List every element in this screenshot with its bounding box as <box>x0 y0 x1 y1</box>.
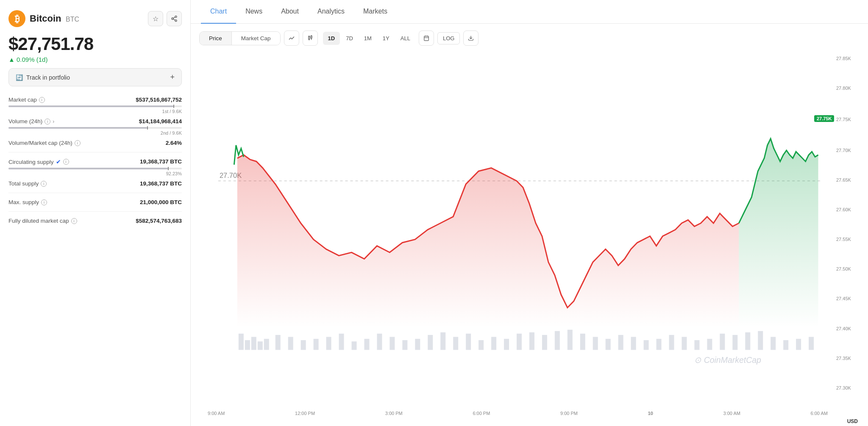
volume-mktcap-label: Volume/Market cap (24h) i <box>8 140 81 146</box>
x-label-4: 9:00 PM <box>560 411 578 416</box>
svg-rect-51 <box>606 339 611 350</box>
volume-mktcap-row: Volume/Market cap (24h) i 2.64% <box>8 140 182 146</box>
period-7d[interactable]: 7D <box>341 32 358 45</box>
volume-row: Volume (24h) i › $14,184,968,414 <box>8 118 182 124</box>
svg-rect-61 <box>732 335 737 350</box>
x-label-0: 9:00 AM <box>208 411 225 416</box>
svg-rect-58 <box>694 340 699 350</box>
svg-rect-49 <box>580 334 585 350</box>
circ-supply-info-icon[interactable]: i <box>63 159 69 165</box>
price-mktcap-toggle: Price Market Cap <box>199 31 281 45</box>
price-value: $27,751.78 <box>8 34 182 54</box>
svg-rect-57 <box>682 337 687 350</box>
svg-rect-33 <box>377 334 382 350</box>
market-cap-value: $537,516,867,752 <box>136 97 182 103</box>
sidebar: ₿ Bitcoin BTC ☆ $27,751.78 ▲ 0.09% (1d) … <box>0 0 191 426</box>
svg-rect-52 <box>618 335 623 350</box>
divider-3 <box>8 211 182 212</box>
svg-rect-42 <box>491 337 496 350</box>
tab-bar: Chart News About Analytics Markets <box>191 0 868 24</box>
volume-info-icon[interactable]: i <box>45 119 50 124</box>
share-button[interactable] <box>167 11 182 26</box>
svg-rect-29 <box>326 337 331 350</box>
y-label-11: 27.30K <box>836 385 860 390</box>
circ-supply-row: Circulating supply ✔ i 19,368,737 BTC <box>8 158 182 165</box>
coin-header: ₿ Bitcoin BTC ☆ <box>8 10 182 27</box>
line-chart-icon[interactable] <box>284 30 299 46</box>
svg-rect-65 <box>783 340 788 350</box>
track-portfolio-button[interactable]: 🔄 Track in portfolio + <box>8 68 182 86</box>
tab-news[interactable]: News <box>236 0 272 24</box>
y-label-4: 27.65K <box>836 177 860 183</box>
svg-rect-54 <box>644 340 649 350</box>
divider-2 <box>8 193 182 193</box>
log-button[interactable]: LOG <box>437 32 460 44</box>
period-1y[interactable]: 1Y <box>378 32 395 45</box>
svg-rect-60 <box>720 334 725 350</box>
volume-mktcap-info-icon[interactable]: i <box>75 140 81 146</box>
svg-rect-8 <box>311 36 312 38</box>
star-button[interactable]: ☆ <box>148 11 163 26</box>
svg-rect-43 <box>504 339 509 350</box>
svg-rect-66 <box>796 339 801 350</box>
svg-text:₿: ₿ <box>15 14 19 24</box>
fully-diluted-info-icon[interactable]: i <box>71 218 77 224</box>
svg-line-5 <box>173 19 175 20</box>
y-label-8: 27.45K <box>836 296 860 301</box>
coin-actions: ☆ <box>148 11 182 26</box>
bitcoin-icon: ₿ <box>8 10 25 27</box>
svg-rect-63 <box>758 331 763 350</box>
y-label-5: 27.60K <box>836 207 860 212</box>
max-supply-info-icon[interactable]: i <box>41 199 47 205</box>
divider-1 <box>8 152 182 152</box>
calendar-icon[interactable] <box>419 30 434 46</box>
chart-area: Price Market Cap 1D 7D 1M 1Y ALL LOG <box>191 24 868 426</box>
download-icon[interactable] <box>463 30 479 46</box>
svg-line-6 <box>173 17 175 18</box>
svg-rect-35 <box>402 340 407 350</box>
x-label-3: 6:00 PM <box>473 411 490 416</box>
max-supply-label: Max. supply i <box>8 199 47 205</box>
market-cap-info-icon[interactable]: i <box>39 97 45 103</box>
period-1m[interactable]: 1M <box>359 32 377 45</box>
tab-chart[interactable]: Chart <box>201 0 236 24</box>
y-label-current: 27.75K 27.75K <box>836 115 860 123</box>
max-supply-value: 21,000,000 BTC <box>140 199 182 205</box>
price-button[interactable]: Price <box>200 32 231 45</box>
total-supply-label: Total supply i <box>8 180 47 187</box>
price-section: $27,751.78 ▲ 0.09% (1d) <box>8 34 182 63</box>
chart-wrapper: 27.70K <box>199 54 860 426</box>
y-label-0: 27.85K <box>836 56 860 61</box>
tab-markets[interactable]: Markets <box>354 0 397 24</box>
svg-rect-44 <box>517 334 522 350</box>
circ-supply-value: 19,368,737 BTC <box>140 158 182 165</box>
track-icon: 🔄 <box>16 74 23 81</box>
svg-rect-62 <box>745 332 750 350</box>
price-change: ▲ 0.09% (1d) <box>8 56 182 63</box>
svg-rect-20 <box>239 334 244 350</box>
period-1d[interactable]: 1D <box>323 32 340 45</box>
market-cap-button[interactable]: Market Cap <box>232 32 280 45</box>
candle-chart-icon[interactable] <box>303 30 318 46</box>
coin-symbol: BTC <box>66 16 79 23</box>
svg-rect-55 <box>657 339 662 350</box>
x-label-6: 3:00 AM <box>723 411 740 416</box>
main-content: Chart News About Analytics Markets Price… <box>191 0 868 426</box>
volume-chevron-icon[interactable]: › <box>53 119 54 124</box>
svg-rect-67 <box>809 337 814 350</box>
svg-rect-7 <box>309 36 310 39</box>
total-supply-info-icon[interactable]: i <box>41 181 47 187</box>
verified-icon: ✔ <box>56 158 61 165</box>
svg-rect-45 <box>529 332 534 350</box>
tab-analytics[interactable]: Analytics <box>308 0 354 24</box>
volume-label: Volume (24h) i › <box>8 118 54 124</box>
period-all[interactable]: ALL <box>395 32 415 45</box>
add-icon: + <box>170 73 175 82</box>
svg-rect-50 <box>593 337 598 350</box>
svg-rect-28 <box>314 339 319 350</box>
svg-rect-13 <box>424 36 429 41</box>
fully-diluted-row: Fully diluted market cap i $582,574,763,… <box>8 218 182 224</box>
svg-text:⊙ CoinMarketCap: ⊙ CoinMarketCap <box>694 355 761 365</box>
market-cap-bar <box>8 105 182 107</box>
tab-about[interactable]: About <box>272 0 308 24</box>
